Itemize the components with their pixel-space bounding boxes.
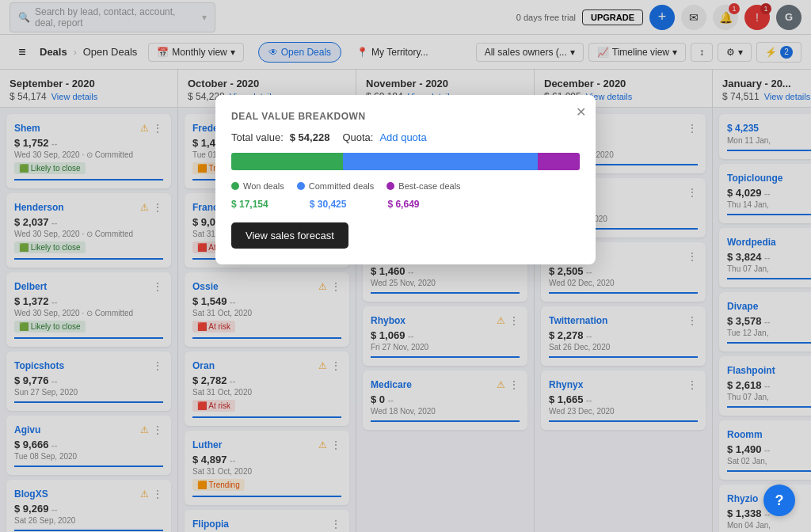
modal-overlay[interactable]: DEAL VALUE BREAKDOWN ✕ Total value: $ 54…	[0, 0, 811, 532]
legend-bestcase: Best-case deals	[386, 181, 460, 191]
legend-won: Won deals	[231, 181, 284, 191]
legend-values: $ 17,154 $ 30,425 $ 6,649	[231, 199, 580, 210]
bar-bestcase	[538, 153, 580, 170]
modal-title: DEAL VALUE BREAKDOWN	[231, 111, 580, 122]
committed-dot	[297, 182, 305, 190]
deal-value-modal: DEAL VALUE BREAKDOWN ✕ Total value: $ 54…	[215, 95, 596, 264]
close-icon[interactable]: ✕	[576, 104, 586, 120]
committed-label: Committed deals	[309, 181, 375, 191]
bestcase-dot	[386, 182, 394, 190]
won-value: $ 17,154	[231, 199, 268, 210]
legend-committed: Committed deals	[297, 181, 375, 191]
bestcase-label: Best-case deals	[398, 181, 460, 191]
total-value-label: Total value:	[231, 131, 284, 143]
won-dot	[231, 182, 239, 190]
won-label: Won deals	[243, 181, 284, 191]
question-icon: ?	[775, 492, 784, 509]
legend: Won deals Committed deals Best-case deal…	[231, 181, 580, 191]
quota-label: Quota:	[342, 131, 373, 143]
forecast-button[interactable]: View sales forecast	[231, 222, 348, 249]
total-value: $ 54,228	[290, 131, 330, 143]
bar-committed	[343, 153, 538, 170]
modal-value-row: Total value: $ 54,228 Quota: Add quota	[231, 131, 580, 143]
bestcase-value: $ 6,649	[387, 199, 419, 210]
bar-won	[231, 153, 343, 170]
add-quota-link[interactable]: Add quota	[379, 131, 426, 143]
help-button[interactable]: ?	[763, 484, 795, 516]
progress-bar	[231, 153, 580, 170]
committed-value: $ 30,425	[310, 199, 347, 210]
